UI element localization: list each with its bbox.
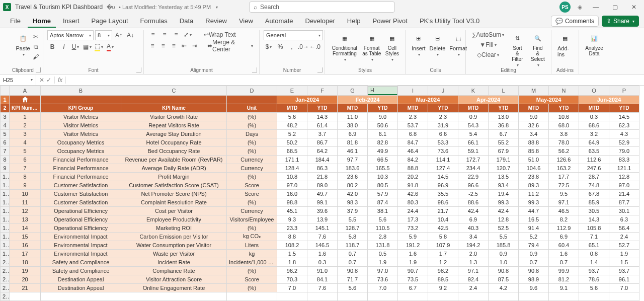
cell-value[interactable]: 45.1 [277, 206, 307, 215]
row-header[interactable]: 4 [1, 121, 10, 129]
cell-value[interactable]: 42.4 [458, 206, 489, 215]
cell-value[interactable]: 163.2 [549, 164, 579, 172]
cell-kpi-number[interactable]: 11 [10, 198, 41, 206]
cell-value[interactable]: 0.9 [519, 249, 549, 258]
tab-developer[interactable]: Developer [300, 15, 340, 28]
clear-button[interactable]: ◇ Clear▾ [470, 50, 506, 59]
cell-value[interactable]: 4.3 [609, 129, 639, 138]
row-header[interactable]: 18 [1, 241, 10, 249]
cell-value[interactable]: 5.5 [489, 232, 519, 241]
cell-value[interactable]: 7.0 [277, 283, 307, 292]
cell-value[interactable]: 46.1 [338, 146, 368, 155]
row-header[interactable]: 20 [1, 258, 10, 266]
cell-value[interactable]: 42.0 [338, 189, 368, 198]
cell-value[interactable]: 1.9 [368, 258, 398, 266]
cell-value[interactable]: 6.8 [398, 129, 428, 138]
cell-value[interactable]: 35.5 [428, 189, 458, 198]
comma-button[interactable]: , [287, 42, 297, 51]
cell-value[interactable]: 0.5 [368, 249, 398, 258]
tab-insert[interactable]: Insert [58, 15, 85, 28]
cell-value[interactable]: 65.1 [579, 241, 609, 249]
cell-value[interactable]: 1.3 [458, 258, 489, 266]
cell-value[interactable]: 98.8 [277, 198, 307, 206]
cell-value[interactable]: 74.8 [579, 181, 609, 189]
cell-value[interactable]: 0.3 [579, 112, 609, 121]
cell-value[interactable]: 79.4 [519, 241, 549, 249]
cell-value[interactable]: 52.7 [609, 241, 639, 249]
cell-value[interactable]: 99.3 [519, 198, 549, 206]
enter-formula-icon[interactable]: ✓ [46, 77, 51, 84]
col-header[interactable]: H [368, 86, 397, 95]
cell-value[interactable]: 112.9 [549, 223, 579, 232]
cell-value[interactable]: 50.6 [368, 121, 398, 129]
cell-value[interactable]: 9.2 [428, 283, 458, 292]
col-header[interactable]: E [277, 86, 307, 96]
cell-value[interactable]: 53.7 [398, 121, 428, 129]
tab-pk-utility[interactable]: PK's Utility Tool V3.0 [415, 15, 485, 28]
cell-value[interactable]: 1.2 [428, 258, 458, 266]
col-header[interactable]: C [121, 86, 227, 96]
col-header[interactable]: F [307, 86, 338, 96]
cell-kpi-number[interactable]: 7 [10, 164, 41, 172]
cell-value[interactable]: 89.5 [428, 275, 458, 283]
cell-value[interactable]: 3.7 [307, 129, 338, 138]
cell-value[interactable]: 5.8 [338, 232, 368, 241]
cell-value[interactable]: 11.0 [338, 112, 368, 121]
col-header[interactable]: K [458, 86, 489, 96]
cell-value[interactable]: 1.0 [489, 258, 519, 266]
cell-unit[interactable]: kg CO₂ [227, 232, 277, 241]
cell-value[interactable]: 59.1 [458, 146, 489, 155]
cell-kpi-number[interactable]: 1 [10, 112, 41, 121]
tab-page-layout[interactable]: Page Layout [87, 15, 133, 28]
increase-decimal-button[interactable]: .0→ [298, 42, 308, 51]
col-header[interactable]: G [338, 86, 368, 96]
cell-value[interactable]: 97.0 [609, 181, 639, 189]
cell-value[interactable]: 80.2 [338, 181, 368, 189]
cell-value[interactable]: 0.8 [579, 249, 609, 258]
row-header[interactable]: 21 [1, 266, 10, 275]
row-header[interactable]: 16 [1, 223, 10, 232]
cell-value[interactable]: 79.0 [609, 146, 639, 155]
cell-value[interactable]: 73.2 [398, 223, 428, 232]
tab-help[interactable]: Help [342, 15, 366, 28]
tab-data[interactable]: Data [175, 15, 198, 28]
cell-kpi-group[interactable]: Operational Efficiency [41, 215, 121, 223]
cell-value[interactable]: 83.3 [609, 155, 639, 164]
cell-kpi-group[interactable]: Destination Appeal [41, 283, 121, 292]
sharing-icon[interactable]: �υ [107, 3, 115, 11]
cell-kpi-group[interactable]: Customer Satisfaction [41, 198, 121, 206]
cell-kpi-group[interactable]: Operational Efficiency [41, 206, 121, 215]
cell-value[interactable]: 6.7 [489, 129, 519, 138]
italic-button[interactable]: I [59, 42, 69, 51]
cell-value[interactable]: 0.9 [458, 112, 489, 121]
cell-value[interactable]: 171.1 [277, 155, 307, 164]
cell-kpi-name[interactable]: Customer Satisfaction Score (CSAT) [121, 181, 227, 189]
spreadsheet-grid[interactable]: A B C D E F G H I J K L M N O P 1Jan-202… [0, 86, 644, 301]
cell-value[interactable]: 6.6 [428, 129, 458, 138]
cell-value[interactable]: 3.2 [579, 129, 609, 138]
cell-value[interactable]: 38.1 [368, 206, 398, 215]
cell-value[interactable]: 13.9 [307, 215, 338, 223]
cell-value[interactable]: 2.0 [458, 249, 489, 258]
border-button[interactable]: ▦▾ [82, 42, 92, 51]
cell-kpi-name[interactable]: Hotel Occupancy Rate [121, 138, 227, 146]
cell-value[interactable]: 2.4 [609, 232, 639, 241]
cell-kpi-number[interactable]: 15 [10, 232, 41, 241]
cell-value[interactable]: 64.2 [307, 146, 338, 155]
cell-value[interactable]: 1.6 [307, 249, 338, 258]
cell-kpi-group[interactable]: Visitor Metrics [41, 129, 121, 138]
cell-value[interactable]: 73.6 [428, 146, 458, 155]
cell-value[interactable]: 48.2 [277, 121, 307, 129]
cell-value[interactable]: 5.2 [277, 129, 307, 138]
cell-value[interactable]: 21.8 [307, 172, 338, 181]
cell-value[interactable]: 128.7 [338, 223, 368, 232]
cell-kpi-group[interactable]: Environmental Impact [41, 241, 121, 249]
cell-value[interactable]: 5.6 [579, 283, 609, 292]
cell-unit[interactable]: Currency [227, 206, 277, 215]
cell-kpi-number[interactable]: 16 [10, 241, 41, 249]
row-header[interactable]: 17 [1, 232, 10, 241]
cell-value[interactable]: 0.3 [307, 258, 338, 266]
cell-value[interactable]: 5.5 [338, 215, 368, 223]
cell-value[interactable]: 88.8 [519, 138, 549, 146]
cell-value[interactable]: 80.5 [368, 181, 398, 189]
